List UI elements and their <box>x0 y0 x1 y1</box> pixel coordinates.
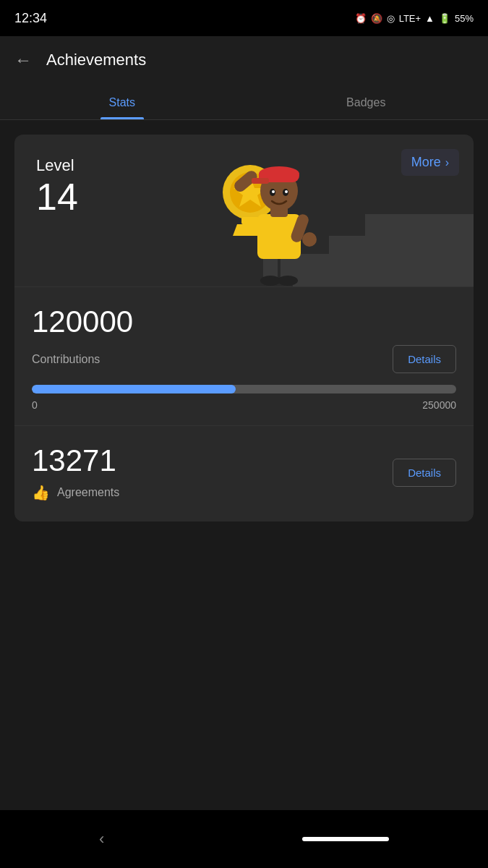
contributions-row: Contributions Details <box>32 345 456 373</box>
contributions-progress-bar <box>32 385 456 393</box>
back-button[interactable]: ← <box>14 50 32 70</box>
contributions-card: 120000 Contributions Details 0 250000 <box>14 286 474 425</box>
wifi-icon: ◎ <box>387 13 395 24</box>
more-button[interactable]: More › <box>401 149 459 176</box>
contributions-value: 120000 <box>32 305 456 339</box>
tab-badges[interactable]: Badges <box>244 83 489 119</box>
thumbs-up-icon: 👍 <box>32 484 50 501</box>
svg-rect-20 <box>252 178 269 184</box>
signal-icon: ▲ <box>425 13 435 24</box>
agreements-card: 13271 👍 Agreements Details <box>14 425 474 522</box>
tab-stats[interactable]: Stats <box>0 83 244 119</box>
agreements-label-row: 👍 Agreements <box>32 484 119 501</box>
chevron-right-icon: › <box>445 156 449 169</box>
progress-labels: 0 250000 <box>32 399 456 411</box>
contributions-label: Contributions <box>32 353 100 366</box>
tabs-bar: Stats Badges <box>0 83 488 120</box>
progress-max: 250000 <box>422 399 456 411</box>
level-number: 14 <box>36 178 78 216</box>
lte-icon: LTE+ <box>399 13 421 24</box>
agreements-stat-row: 13271 👍 Agreements Details <box>32 443 456 501</box>
mute-icon: 🔕 <box>371 13 382 24</box>
level-info: Level 14 <box>36 156 78 216</box>
main-content: Level 14 More › <box>0 120 488 522</box>
battery-icon: 🔋 <box>439 13 450 24</box>
svg-point-24 <box>285 190 288 193</box>
contributions-details-button[interactable]: Details <box>393 345 456 373</box>
progress-min: 0 <box>32 399 38 411</box>
svg-point-23 <box>272 190 275 193</box>
more-label: More <box>411 155 441 170</box>
status-icons: ⏰ 🔕 ◎ LTE+ ▲ 🔋 55% <box>355 13 474 24</box>
agreements-value: 13271 <box>32 443 119 478</box>
status-bar: 12:34 ⏰ 🔕 ◎ LTE+ ▲ 🔋 55% <box>0 0 488 36</box>
status-time: 12:34 <box>14 11 47 26</box>
home-indicator[interactable] <box>302 837 389 841</box>
nav-back-button[interactable]: ‹ <box>99 830 104 848</box>
battery-text: 55% <box>455 13 474 24</box>
svg-point-9 <box>260 276 281 286</box>
level-label: Level <box>36 156 78 175</box>
bottom-nav: ‹ <box>0 810 488 868</box>
agreements-label: Agreements <box>57 486 119 499</box>
level-card: Level 14 More › <box>14 135 474 286</box>
agreements-details-button[interactable]: Details <box>393 459 456 487</box>
svg-point-14 <box>302 232 317 247</box>
svg-rect-6 <box>241 217 259 224</box>
alarm-icon: ⏰ <box>355 13 367 24</box>
svg-point-10 <box>278 276 298 286</box>
character-illustration <box>192 135 366 286</box>
page-title: Achievements <box>46 51 146 69</box>
agreements-value-block: 13271 👍 Agreements <box>32 443 119 501</box>
header: ← Achievements <box>0 36 488 83</box>
progress-fill <box>32 385 236 393</box>
